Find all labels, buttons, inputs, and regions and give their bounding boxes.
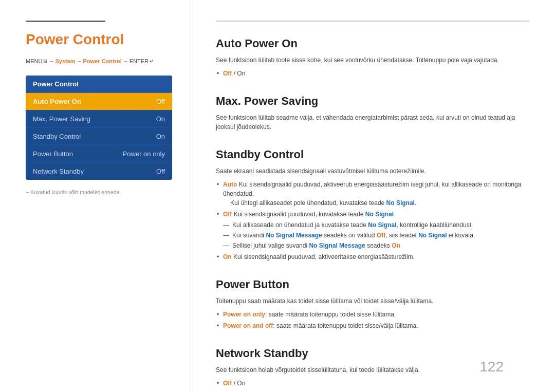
menu-item-label-0: Auto Power On xyxy=(33,98,81,105)
menu-arrow2: → xyxy=(77,58,82,64)
power-control-menu: Power Control Auto Power OnOffMax. Power… xyxy=(26,76,172,180)
section-desc-standby-control: Saate ekraani seadistada sisendsignaali … xyxy=(216,166,529,176)
bullet-list-standby: Auto Kui sisendsignaalid puuduvad, aktiv… xyxy=(216,180,529,262)
menu-items-container: Auto Power OnOffMax. Power SavingOnStand… xyxy=(26,93,172,180)
bullet-power-on-only: Power on only: saate määrata toitenuppu … xyxy=(223,310,529,319)
menu-path: MENU ⊞ → System → Power Control → ENTER … xyxy=(26,58,172,64)
section-title-auto-power-on: Auto Power On xyxy=(216,37,529,50)
section-desc-auto-power-on: See funktsioon lülitab toote sisse kohe,… xyxy=(216,55,529,65)
bullet-off: Off Kui sisendsignaalid puuduvad, kuvata… xyxy=(223,210,529,250)
menu-arrow1: → xyxy=(48,58,54,64)
menu-item-value-4: Off xyxy=(156,167,165,175)
menu-item-3[interactable]: Power ButtonPower on only xyxy=(26,145,172,163)
page-title: Power Control xyxy=(26,31,172,48)
menu-box-header: Power Control xyxy=(26,76,172,93)
menu-item-value-3: Power on only xyxy=(123,150,165,158)
menu-item-value-2: On xyxy=(156,133,165,140)
section-standby-control: Standby ControlSaate ekraani seadistada … xyxy=(216,148,529,262)
section-auto-power-on: Auto Power OnSee funktsioon lülitab toot… xyxy=(216,37,529,78)
section-title-power-button: Power Button xyxy=(216,278,529,291)
bullet-list-network-standby: Off / On xyxy=(216,379,529,388)
enter-icon: ↵ xyxy=(150,59,154,64)
menu-item-label-3: Power Button xyxy=(33,150,73,158)
right-panel: Auto Power OnSee funktsioon lülitab toot… xyxy=(190,0,555,392)
menu-item-1[interactable]: Max. Power SavingOn xyxy=(26,110,172,128)
menu-icon: ⊞ xyxy=(43,59,47,64)
bullet-item: Off / On xyxy=(223,379,529,388)
section-power-button: Power ButtonToitenuppu saab määrata kas … xyxy=(216,278,529,330)
menu-arrow3: → xyxy=(123,58,128,64)
menu-item-value-0: Off xyxy=(156,98,165,105)
left-panel: Power Control MENU ⊞ → System → Power Co… xyxy=(0,0,190,392)
top-divider xyxy=(216,21,529,22)
page-number: 122 xyxy=(479,359,504,375)
dash-item-2: Kui suvandi No Signal Message seadeks on… xyxy=(232,231,529,240)
section-title-standby-control: Standby Control xyxy=(216,148,529,161)
dash-item-1: Kui allikaseade on ühendatud ja kuvataks… xyxy=(232,220,529,230)
section-max-power-saving: Max. Power SavingSee funktsioon lülitab … xyxy=(216,95,529,132)
menu-item-2[interactable]: Standby ControlOn xyxy=(26,128,172,145)
bullet-list-power-button: Power on only: saate määrata toitenuppu … xyxy=(216,310,529,330)
bullet-auto: Auto Kui sisendsignaalid puuduvad, aktiv… xyxy=(223,180,529,208)
sections-container: Auto Power OnSee funktsioon lülitab toot… xyxy=(216,37,529,388)
menu-item-label-4: Network Standby xyxy=(33,167,84,175)
bullet-on: On Kui sisendsignaalid puuduvad, aktivee… xyxy=(223,252,529,262)
bullet-power-on-off: Power on and off: saate määrata toitenup… xyxy=(223,321,529,330)
bullet-list-auto-power-on: Off / On xyxy=(216,69,529,78)
menu-item-label-1: Max. Power Saving xyxy=(33,115,90,123)
menu-system: System xyxy=(55,58,75,64)
menu-enter: ENTER xyxy=(130,58,149,64)
menu-item-0[interactable]: Auto Power OnOff xyxy=(26,93,172,110)
auto-sub-text: Kui ühtegi allikaseadet pole ühendatud, … xyxy=(223,198,529,208)
section-desc-power-button: Toitenuppu saab määrata kas toidet sisse… xyxy=(216,296,529,306)
menu-power: Power Control xyxy=(83,58,122,64)
section-desc-max-power-saving: See funktsioon lülitab seadme välja, et … xyxy=(216,113,529,132)
section-title-max-power-saving: Max. Power Saving xyxy=(216,95,529,108)
menu-item-4[interactable]: Network StandbyOff xyxy=(26,163,172,180)
top-line-decoration xyxy=(26,21,105,22)
right-panel-inner: Auto Power OnSee funktsioon lülitab toot… xyxy=(216,37,529,388)
dash-item-3: Sellisel juhul valige suvandi No Signal … xyxy=(232,241,529,250)
menu-box-title: Power Control xyxy=(33,80,79,88)
dash-list-off: Kui allikaseade on ühendatud ja kuvataks… xyxy=(223,220,529,250)
bullet-item: Off / On xyxy=(223,69,529,78)
footnote: − Kuvatud kujutis võib mudelist erineda. xyxy=(26,189,172,195)
menu-item-label-2: Standby Control xyxy=(33,133,81,140)
menu-prefix: MENU xyxy=(26,58,42,64)
menu-item-value-1: On xyxy=(156,115,165,123)
